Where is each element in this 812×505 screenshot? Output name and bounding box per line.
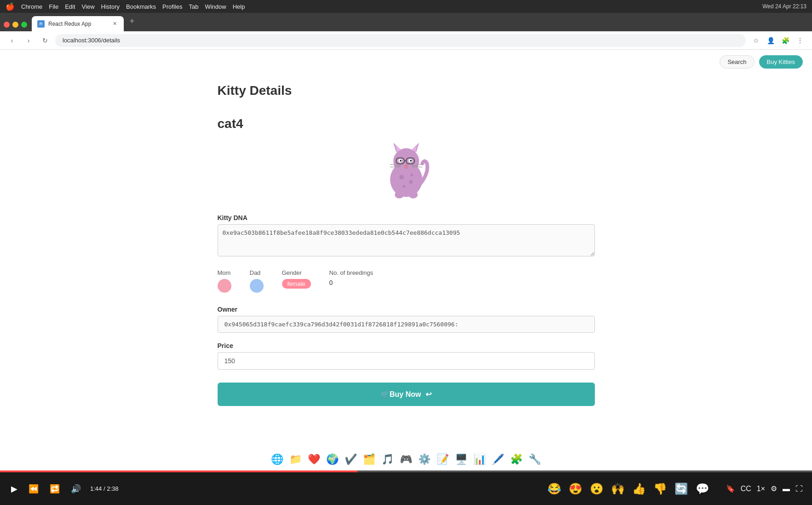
cat-image	[379, 140, 434, 200]
play-button[interactable]: ▶	[9, 482, 19, 496]
gender-label: Gender	[282, 269, 311, 276]
emoji-share[interactable]: 🔄	[674, 482, 688, 495]
emoji-thumbs-down[interactable]: 👎	[653, 482, 667, 495]
emoji-laugh[interactable]: 😂	[547, 482, 561, 495]
progress-bar[interactable]	[0, 470, 812, 472]
price-field: Price 150	[218, 342, 595, 370]
menu-tab[interactable]: Tab	[189, 3, 198, 10]
dad-circle	[250, 279, 264, 293]
right-controls: 🔖 CC 1× ⚙ ▬ ⛶	[726, 484, 803, 493]
mom-label: Mom	[218, 269, 231, 276]
minimize-window-button[interactable]	[12, 22, 18, 28]
svg-point-22	[395, 191, 404, 198]
buy-now-button[interactable]: 🛒Buy Now ↩	[218, 383, 595, 406]
rewind-button[interactable]: ⏪	[27, 482, 40, 496]
apple-menu[interactable]: 🍎	[6, 2, 15, 11]
emoji-reactions: 😂 😍 😮 🙌 👍 👎 🔄 💬	[547, 482, 709, 495]
mom-circle	[218, 279, 231, 293]
time-display: 1:44 / 2:38	[90, 485, 118, 492]
fullscreen-button[interactable]: ⛶	[795, 485, 803, 493]
menu-help[interactable]: Help	[233, 3, 245, 10]
dock-files[interactable]: 📁	[288, 451, 304, 468]
dock-puzzle[interactable]: 🧩	[508, 451, 525, 468]
svg-point-17	[405, 165, 408, 167]
dock-monitor[interactable]: 🖥️	[453, 451, 470, 468]
svg-point-15	[400, 160, 402, 162]
page-navigation: Search Buy Kitties	[0, 50, 812, 74]
emoji-chat[interactable]: 💬	[696, 482, 709, 495]
current-time: 1:44	[90, 485, 102, 492]
extensions-icon[interactable]: 🧩	[779, 34, 792, 47]
kitty-details-page: Kitty Details cat4	[199, 74, 613, 434]
menu-chrome[interactable]: Chrome	[21, 3, 42, 10]
volume-button[interactable]: 🔊	[69, 482, 83, 496]
back-button[interactable]: ‹	[6, 34, 18, 47]
dock-check[interactable]: ✔️	[343, 451, 359, 468]
dock-game[interactable]: 🎮	[398, 451, 415, 468]
buy-now-icon: ↩	[426, 390, 432, 399]
dock-globe[interactable]: 🌍	[324, 451, 341, 468]
chrome-menu-icon[interactable]: ⋮	[794, 34, 806, 47]
dock-settings[interactable]: ⚙️	[416, 451, 433, 468]
chrome-tabs-bar: R React Redux App ✕ +	[0, 13, 812, 31]
dock-wrench[interactable]: 🔧	[527, 451, 543, 468]
dock-edit[interactable]: 🖊️	[490, 451, 507, 468]
attributes-row: Mom Dad Gender female No. of breedings 0	[218, 269, 595, 293]
svg-point-23	[409, 191, 418, 198]
forward-button[interactable]: ›	[22, 34, 35, 47]
mac-menubar: 🍎 Chrome File Edit View History Bookmark…	[0, 0, 812, 13]
menu-profiles[interactable]: Profiles	[162, 3, 182, 10]
dock-code[interactable]: 🗂️	[361, 451, 378, 468]
breedings-attr: No. of breedings 0	[329, 269, 373, 286]
gender-badge: female	[282, 279, 311, 289]
theatre-button[interactable]: ▬	[783, 485, 790, 493]
emoji-heart-eyes[interactable]: 😍	[569, 482, 582, 495]
replay-button[interactable]: 🔁	[48, 482, 62, 496]
video-controls: ▶ ⏪ 🔁 🔊 1:44 / 2:38 😂 😍 😮 🙌 👍 👎 🔄 💬 🔖 CC…	[0, 470, 812, 505]
reload-button[interactable]: ↻	[39, 34, 52, 47]
active-tab[interactable]: R React Redux App ✕	[32, 16, 124, 31]
close-window-button[interactable]	[4, 22, 10, 28]
owner-label: Owner	[218, 306, 595, 313]
captions-button[interactable]: CC	[741, 485, 751, 493]
browser-content: Search Buy Kitties Kitty Details cat4	[0, 50, 812, 470]
new-tab-button[interactable]: +	[126, 15, 138, 28]
tab-title: React Redux App	[48, 21, 91, 27]
bookmark-video-button[interactable]: 🔖	[726, 484, 735, 493]
total-time: 2:38	[107, 485, 118, 492]
search-nav-button[interactable]: Search	[720, 55, 754, 69]
progress-fill	[0, 470, 357, 472]
url-bar[interactable]: localhost:3006/details	[55, 34, 746, 47]
svg-point-1	[399, 175, 404, 180]
dock-finder[interactable]: 🌐	[269, 451, 286, 468]
chrome-addressbar: ‹ › ↻ localhost:3006/details ☆ 👤 🧩 ⋮	[0, 31, 812, 50]
dock-chart[interactable]: 📊	[472, 451, 488, 468]
menu-view[interactable]: View	[82, 3, 95, 10]
dna-textarea[interactable]: 0xe9ac503b8611f8be5afee18a8f9ce38033eded…	[218, 224, 595, 256]
menu-edit[interactable]: Edit	[65, 3, 75, 10]
breedings-label: No. of breedings	[329, 269, 373, 276]
buy-kitties-nav-button[interactable]: Buy Kitties	[759, 55, 803, 69]
maximize-window-button[interactable]	[21, 22, 27, 28]
profile-icon[interactable]: 👤	[764, 34, 777, 47]
menu-window[interactable]: Window	[205, 3, 226, 10]
menu-file[interactable]: File	[49, 3, 58, 10]
tab-close-button[interactable]: ✕	[111, 20, 118, 28]
menu-bookmarks[interactable]: Bookmarks	[126, 3, 156, 10]
emoji-thumbs-up[interactable]: 👍	[632, 482, 646, 495]
dock-music[interactable]: 🎵	[380, 451, 396, 468]
emoji-clap[interactable]: 🙌	[611, 482, 625, 495]
svg-point-16	[410, 160, 412, 162]
emoji-surprised[interactable]: 😮	[590, 482, 604, 495]
owner-field: Owner 0x945065d318f9caefc339ca796d3d42f0…	[218, 306, 595, 333]
page-title: Kitty Details	[218, 83, 595, 98]
svg-point-2	[409, 180, 413, 184]
dock-terminal[interactable]: 📝	[435, 451, 451, 468]
owner-value: 0x945065d318f9caefc339ca796d3d42f0031d1f…	[218, 316, 595, 333]
menu-history[interactable]: History	[101, 3, 120, 10]
controls-row: ▶ ⏪ 🔁 🔊 1:44 / 2:38 😂 😍 😮 🙌 👍 👎 🔄 💬 🔖 CC…	[0, 472, 812, 505]
speed-button[interactable]: 1×	[757, 485, 765, 493]
quality-button[interactable]: ⚙	[771, 484, 777, 493]
bookmark-icon[interactable]: ☆	[749, 34, 762, 47]
dock-heart[interactable]: ❤️	[306, 451, 322, 468]
